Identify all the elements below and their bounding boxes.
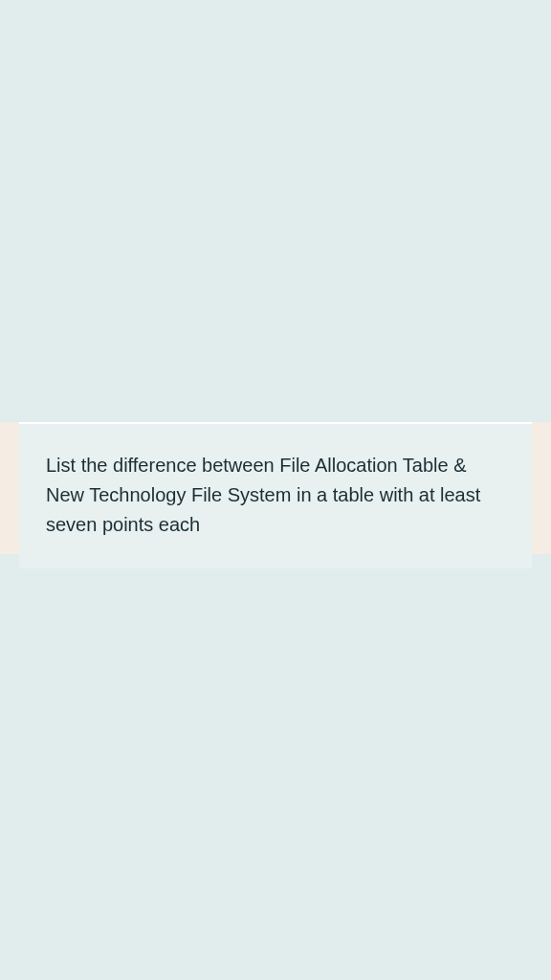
message-card: List the difference between File Allocat…: [19, 422, 532, 568]
left-margin-accent: [0, 422, 19, 554]
message-text: List the difference between File Allocat…: [46, 451, 505, 540]
right-margin-accent: [532, 422, 551, 554]
